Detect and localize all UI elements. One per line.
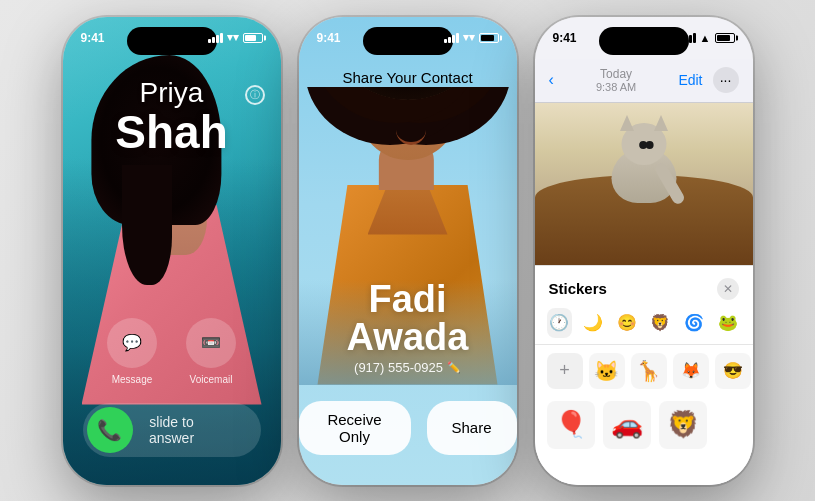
info-icon[interactable]: ⓘ	[245, 85, 265, 105]
phone1-caller-last: Shah	[63, 109, 281, 155]
phone3-status-bar: 9:41 ▲	[535, 31, 753, 45]
stickers-header: Stickers ✕	[535, 266, 753, 308]
sticker-lion[interactable]: 🦁	[659, 401, 707, 449]
phone2-contact-info: Fadi Awada (917) 555-0925 ✏️	[299, 280, 517, 385]
phone-call-icon: 📞	[97, 418, 122, 442]
phone2-wifi-icon: ▾▾	[463, 31, 475, 44]
sticker-add-button[interactable]: +	[547, 353, 583, 389]
more-dots-icon: ···	[720, 72, 732, 88]
stickers-grid-row2: 🎈 🚗 🦁	[535, 397, 753, 453]
phone3-messages-header: ‹ Today 9:38 AM Edit ···	[535, 59, 753, 103]
phone3-time: 9:41	[553, 31, 577, 45]
phone1-signal-icon	[208, 33, 223, 43]
phone1-voicemail-action[interactable]: 📼 Voicemail	[186, 318, 236, 385]
phone2-status-bar: 9:41 ▾▾	[299, 31, 517, 45]
phone3-header-time: 9:38 AM	[596, 81, 636, 93]
phone3-status-icons: ▲	[681, 32, 735, 44]
phone2-signal-icon	[444, 33, 459, 43]
phone2-contact-phone: (917) 555-0925 ✏️	[319, 360, 497, 375]
sticker-balloon[interactable]: 🎈	[547, 401, 595, 449]
voicemail-circle: 📼	[186, 318, 236, 368]
phone2-phone-number: (917) 555-0925	[354, 360, 443, 375]
sticker-cat[interactable]: 🐱	[589, 353, 625, 389]
sticker-tab-moon[interactable]: 🌙	[580, 308, 606, 338]
phone2-battery-icon	[479, 33, 499, 43]
plus-icon: +	[559, 360, 570, 381]
phone3-header-center: Today 9:38 AM	[596, 67, 636, 93]
phone2-contact-name: Fadi Awada	[319, 280, 497, 356]
phone1-message-action[interactable]: 💬 Message	[107, 318, 157, 385]
phone3-more-button[interactable]: ···	[713, 67, 739, 93]
slide-text: slide to answer	[133, 414, 257, 446]
stickers-title: Stickers	[549, 280, 607, 297]
phone3-today-label: Today	[600, 67, 632, 81]
stickers-tabs: 🕐 🌙 😊 🦁 🌀 🐸	[535, 308, 753, 345]
phone1-call-actions: 💬 Message 📼 Voicemail	[63, 318, 281, 385]
phone3-signal-icon	[681, 33, 696, 43]
stickers-close-button[interactable]: ✕	[717, 278, 739, 300]
phone3-back-button[interactable]: ‹	[549, 71, 554, 89]
stickers-grid-row1: + 🐱 🦒 🦊 😎	[535, 345, 753, 397]
phone1-time: 9:41	[81, 31, 105, 45]
phone-3: 9:41 ▲ ‹ Today 9:38 AM Edit ···	[535, 17, 753, 485]
phone-2: 9:41 ▾▾ Share Your Contact	[299, 17, 517, 485]
answer-circle[interactable]: 📞	[87, 407, 133, 453]
sticker-tab-animal1[interactable]: 🦁	[648, 308, 674, 338]
voicemail-label: Voicemail	[190, 374, 233, 385]
phone2-time: 9:41	[317, 31, 341, 45]
sticker-tab-swirl[interactable]: 🌀	[681, 308, 707, 338]
phone3-edit-button[interactable]: Edit	[678, 72, 702, 88]
phone2-share-buttons: Receive Only Share	[299, 401, 517, 455]
phone3-header-actions: Edit ···	[678, 67, 738, 93]
phone1-status-bar: 9:41 ▾▾	[63, 31, 281, 45]
sticker-tab-emoji[interactable]: 😊	[614, 308, 640, 338]
phone3-chat-area	[535, 103, 753, 265]
voicemail-icon: 📼	[201, 333, 221, 352]
phone2-name-line1: Fadi	[368, 278, 446, 320]
close-icon: ✕	[723, 282, 733, 296]
phone1-status-icons: ▾▾	[208, 31, 263, 44]
phone2-phone-edit-icon: ✏️	[447, 361, 461, 374]
phone2-name-line2: Awada	[347, 316, 469, 358]
message-label: Message	[112, 374, 153, 385]
receive-only-button[interactable]: Receive Only	[299, 401, 411, 455]
sticker-car[interactable]: 🚗	[603, 401, 651, 449]
phone1-battery-icon	[243, 33, 263, 43]
cat-photo	[535, 103, 753, 265]
sticker-item-5[interactable]: 😎	[715, 353, 751, 389]
phone1-wifi-icon: ▾▾	[227, 31, 239, 44]
phone1-slide-to-answer: 📞 slide to answer	[83, 403, 261, 457]
message-circle: 💬	[107, 318, 157, 368]
sticker-giraffe[interactable]: 🦒	[631, 353, 667, 389]
sticker-tab-recent[interactable]: 🕐	[547, 308, 573, 338]
back-chevron-icon: ‹	[549, 71, 554, 89]
sticker-item-4[interactable]: 🦊	[673, 353, 709, 389]
phone2-status-icons: ▾▾	[444, 31, 499, 44]
phone-1: 9:41 ▾▾ Priya Shah ⓘ 💬 Message	[63, 17, 281, 485]
phone3-stickers-panel: Stickers ✕ 🕐 🌙 😊 🦁 🌀 🐸 + 🐱 🦒 🦊 😎 🎈	[535, 265, 753, 485]
phone3-battery-icon	[715, 33, 735, 43]
phone2-share-header: Share Your Contact	[299, 69, 517, 86]
sticker-tab-frog[interactable]: 🐸	[715, 308, 741, 338]
phone3-wifi-icon: ▲	[700, 32, 711, 44]
message-icon: 💬	[122, 333, 142, 352]
share-button[interactable]: Share	[427, 401, 517, 455]
